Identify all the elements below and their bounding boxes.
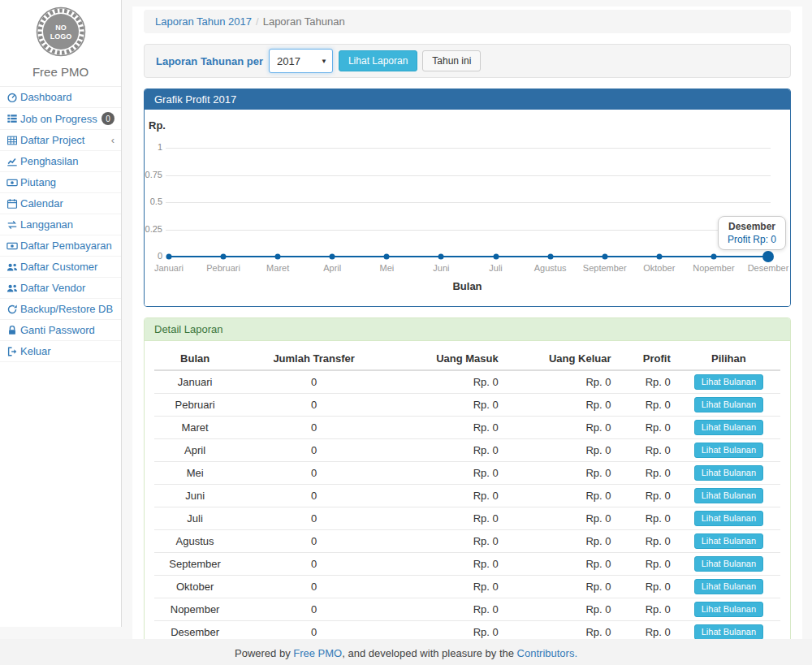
cell-bulan: Juli <box>154 507 235 530</box>
sidebar-item-label: Dashboard <box>20 91 72 103</box>
sidebar-item-dashboard[interactable]: Dashboard <box>0 87 121 108</box>
tahun-ini-button[interactable]: Tahun ini <box>422 50 481 71</box>
sidebar-item-penghasilan[interactable]: Penghasilan <box>0 151 121 172</box>
cell-bulan: Maret <box>154 417 235 439</box>
breadcrumb-current: Laporan Tahunan <box>263 15 345 28</box>
lihat-bulanan-button[interactable]: Lihat Bulanan <box>694 397 763 412</box>
chart-point-juni[interactable] <box>438 254 444 260</box>
sidebar-item-label: Daftar Pembayaran <box>20 240 112 252</box>
sidebar-item-ganti-password[interactable]: Ganti Password <box>0 320 121 341</box>
sidebar-item-backup-restore-db[interactable]: Backup/Restore DB <box>0 299 121 320</box>
cell-profit: Rp. 0 <box>618 439 677 462</box>
sidebar-item-label: Daftar Project <box>20 134 84 146</box>
table-row-pebruari: Pebruari0Rp. 0Rp. 0Rp. 0Lihat Bulanan <box>154 394 780 417</box>
year-select-value: 2017 <box>277 55 300 67</box>
chart-ytick-label: 0.5 <box>145 196 162 206</box>
cell-jumlah-transfer: 0 <box>235 462 392 485</box>
cell-profit: Rp. 0 <box>618 530 677 553</box>
footer-link-contributors[interactable]: Contributors. <box>517 647 577 659</box>
lihat-bulanan-button[interactable]: Lihat Bulanan <box>694 488 763 503</box>
cell-uang-keluar: Rp. 0 <box>505 370 618 394</box>
cell-uang-masuk: Rp. 0 <box>392 394 505 417</box>
refresh-icon <box>6 304 20 315</box>
lihat-bulanan-button[interactable]: Lihat Bulanan <box>694 556 763 572</box>
users-icon <box>6 261 20 273</box>
chart-gridline <box>166 148 771 149</box>
chart-point-januari[interactable] <box>166 254 172 260</box>
cell-jumlah-transfer: 0 <box>235 394 392 417</box>
chart-xtick-label: April <box>302 263 362 273</box>
table-row-januari: Januari0Rp. 0Rp. 0Rp. 0Lihat Bulanan <box>154 370 780 394</box>
sidebar-item-keluar[interactable]: Keluar <box>0 341 121 362</box>
app-logo: NO LOGO <box>36 6 86 57</box>
cell-jumlah-transfer: 0 <box>235 507 392 530</box>
sidebar-item-calendar[interactable]: Calendar <box>0 193 121 214</box>
chart-xtick-label: Oktober <box>629 263 689 273</box>
table-row-juni: Juni0Rp. 0Rp. 0Rp. 0Lihat Bulanan <box>154 485 780 507</box>
cell-uang-keluar: Rp. 0 <box>505 507 618 530</box>
footer-link-free-pmo[interactable]: Free PMO <box>293 647 342 659</box>
lihat-bulanan-button[interactable]: Lihat Bulanan <box>694 420 763 435</box>
chart-point-juli[interactable] <box>493 254 499 260</box>
chart-point-april[interactable] <box>330 254 335 260</box>
cell-pilihan: Lihat Bulanan <box>677 553 780 576</box>
sidebar-menu: DashboardJob on Progress0Daftar Project‹… <box>0 86 121 362</box>
sidebar-item-job-on-progress[interactable]: Job on Progress0 <box>0 108 121 130</box>
count-badge: 0 <box>102 112 114 125</box>
cell-profit: Rp. 0 <box>618 370 677 394</box>
app-name: Free PMO <box>0 65 121 79</box>
lihat-bulanan-button[interactable]: Lihat Bulanan <box>694 579 763 594</box>
chart-xtick-label: Nopember <box>684 263 744 273</box>
year-select[interactable]: 2017 ▼ <box>269 49 333 73</box>
cell-jumlah-transfer: 0 <box>235 553 392 576</box>
cell-pilihan: Lihat Bulanan <box>677 370 780 394</box>
chart-point-nopember[interactable] <box>710 254 716 260</box>
cell-profit: Rp. 0 <box>618 576 677 598</box>
col-header-pilihan: Pilihan <box>677 348 780 370</box>
cell-jumlah-transfer: 0 <box>235 598 392 621</box>
breadcrumb-link[interactable]: Laporan Tahun 2017 <box>155 15 252 28</box>
chart-point-desember[interactable] <box>762 251 774 262</box>
table-row-mei: Mei0Rp. 0Rp. 0Rp. 0Lihat Bulanan <box>154 462 780 485</box>
sidebar-item-daftar-vendor[interactable]: Daftar Vendor <box>0 278 121 299</box>
dashboard-icon <box>6 92 20 103</box>
table-row-nopember: Nopember0Rp. 0Rp. 0Rp. 0Lihat Bulanan <box>154 598 780 621</box>
money-icon <box>6 177 20 188</box>
lihat-bulanan-button[interactable]: Lihat Bulanan <box>694 443 763 458</box>
sidebar-item-daftar-project[interactable]: Daftar Project‹ <box>0 130 121 151</box>
chart-point-agustus[interactable] <box>547 254 553 260</box>
chart-gridline <box>166 202 771 203</box>
cell-uang-masuk: Rp. 0 <box>392 485 505 507</box>
retweet-icon <box>6 219 20 231</box>
lihat-bulanan-button[interactable]: Lihat Bulanan <box>694 533 763 549</box>
chart-point-maret[interactable] <box>275 254 281 260</box>
chart-point-mei[interactable] <box>384 254 390 260</box>
sidebar-item-piutang[interactable]: Piutang <box>0 172 121 193</box>
lihat-bulanan-button[interactable]: Lihat Bulanan <box>694 624 763 640</box>
cell-bulan: Pebruari <box>154 394 235 417</box>
chart-xtick-label: Juni <box>411 263 471 273</box>
lihat-bulanan-button[interactable]: Lihat Bulanan <box>694 374 763 390</box>
cell-pilihan: Lihat Bulanan <box>677 530 780 553</box>
users-icon <box>6 283 20 294</box>
table-header-row: Bulan Jumlah Transfer Uang Masuk Uang Ke… <box>154 348 780 370</box>
detail-laporan-panel: Detail Laporan Bulan Jumlah Transfer Uan… <box>144 317 791 665</box>
chart-ytick-label: 0.75 <box>145 170 162 179</box>
chart-point-pebruari[interactable] <box>221 254 227 260</box>
money-icon <box>6 240 20 252</box>
lihat-laporan-button[interactable]: Lihat Laporan <box>339 50 417 71</box>
lihat-bulanan-button[interactable]: Lihat Bulanan <box>694 602 763 617</box>
chart-point-oktober[interactable] <box>656 254 662 260</box>
chart-point-september[interactable] <box>602 254 607 260</box>
sidebar-item-langganan[interactable]: Langganan <box>0 214 121 235</box>
sidebar-item-label: Backup/Restore DB <box>20 303 113 315</box>
cell-uang-keluar: Rp. 0 <box>505 462 618 485</box>
lihat-bulanan-button[interactable]: Lihat Bulanan <box>694 511 763 526</box>
sidebar-item-daftar-customer[interactable]: Daftar Customer <box>0 257 121 278</box>
calendar-icon <box>6 198 20 209</box>
col-header-jumlah-transfer: Jumlah Transfer <box>235 348 392 370</box>
lihat-bulanan-button[interactable]: Lihat Bulanan <box>694 465 763 481</box>
sidebar-item-daftar-pembayaran[interactable]: Daftar Pembayaran <box>0 235 121 257</box>
report-table: Bulan Jumlah Transfer Uang Masuk Uang Ke… <box>154 348 780 664</box>
chart-gridline <box>166 175 771 176</box>
